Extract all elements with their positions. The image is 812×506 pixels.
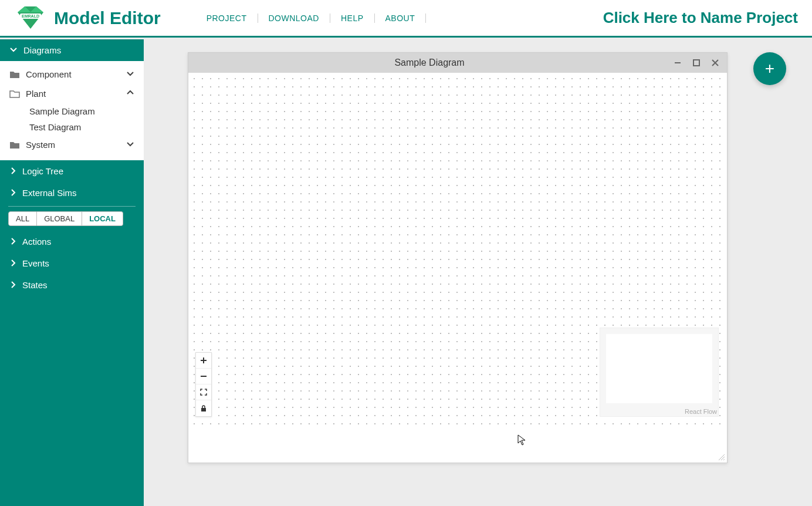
chevron-down-icon bbox=[126, 69, 134, 79]
flow-controls bbox=[195, 352, 212, 417]
fit-view-button[interactable] bbox=[196, 384, 211, 400]
scope-tabs: ALL GLOBAL LOCAL bbox=[8, 211, 136, 226]
minimap[interactable]: React Flow bbox=[600, 328, 719, 417]
window-minimize-button[interactable] bbox=[672, 57, 684, 69]
add-button[interactable]: + bbox=[753, 52, 786, 85]
tree-item-sample-diagram[interactable]: Sample Diagram bbox=[0, 103, 144, 119]
window-titlebar[interactable]: Sample Diagram bbox=[188, 53, 727, 73]
app-title: Model Editor bbox=[54, 8, 161, 28]
react-flow-attribution: React Flow bbox=[685, 408, 717, 415]
chevron-right-icon bbox=[9, 258, 16, 268]
chevron-right-icon bbox=[9, 280, 16, 290]
sidebar-section-label: Events bbox=[22, 258, 49, 268]
nav-download[interactable]: DOWNLOAD bbox=[258, 14, 330, 23]
diagrams-tree-panel: Component Plant Sample Diagram Test Diag… bbox=[0, 61, 144, 160]
chevron-down-icon bbox=[126, 140, 134, 150]
window-blank-area bbox=[188, 425, 727, 463]
sidebar-section-actions[interactable]: Actions bbox=[0, 231, 144, 252]
svg-text:EMRALD: EMRALD bbox=[22, 14, 39, 18]
chevron-right-icon bbox=[9, 188, 16, 198]
chevron-right-icon bbox=[9, 166, 16, 176]
sidebar-section-label: External Sims bbox=[22, 188, 77, 198]
sidebar: Diagrams Component Plant Sample Diagram … bbox=[0, 39, 144, 506]
nav-help[interactable]: HELP bbox=[330, 14, 375, 23]
svg-rect-9 bbox=[201, 408, 206, 411]
sidebar-section-diagrams[interactable]: Diagrams bbox=[0, 39, 144, 61]
nav-project[interactable]: PROJECT bbox=[196, 14, 258, 23]
sidebar-section-label: Logic Tree bbox=[22, 166, 63, 176]
svg-rect-8 bbox=[693, 60, 699, 66]
sidebar-section-label: Diagrams bbox=[23, 45, 61, 55]
window-close-button[interactable] bbox=[709, 57, 721, 69]
sidebar-section-events[interactable]: Events bbox=[0, 252, 144, 274]
tree-label: Plant bbox=[26, 89, 46, 99]
chevron-down-icon bbox=[9, 45, 18, 55]
folder-closed-icon bbox=[9, 70, 20, 79]
window-title: Sample Diagram bbox=[194, 58, 665, 68]
tree-folder-plant[interactable]: Plant bbox=[0, 84, 144, 103]
plus-icon: + bbox=[765, 59, 774, 78]
chevron-right-icon bbox=[9, 237, 16, 247]
window-maximize-button[interactable] bbox=[691, 57, 702, 69]
emrald-logo: EMRALD bbox=[14, 5, 47, 31]
tree-label: System bbox=[26, 140, 55, 150]
folder-closed-icon bbox=[9, 141, 20, 149]
tree-folder-system[interactable]: System bbox=[0, 135, 144, 154]
sidebar-section-states[interactable]: States bbox=[0, 274, 144, 296]
scope-all[interactable]: ALL bbox=[8, 211, 37, 226]
sidebar-section-label: States bbox=[22, 280, 48, 290]
diagram-window: Sample Diagram bbox=[188, 52, 728, 463]
lock-button[interactable] bbox=[196, 400, 211, 416]
zoom-in-button[interactable] bbox=[196, 353, 211, 369]
tree-item-test-diagram[interactable]: Test Diagram bbox=[0, 119, 144, 135]
canvas-area: Sample Diagram bbox=[144, 39, 812, 506]
chevron-up-icon bbox=[126, 89, 134, 99]
nav-about[interactable]: ABOUT bbox=[375, 14, 427, 23]
zoom-out-button[interactable] bbox=[196, 369, 211, 384]
divider bbox=[8, 206, 136, 207]
scope-local[interactable]: LOCAL bbox=[82, 211, 123, 226]
react-flow-canvas[interactable]: React Flow bbox=[188, 73, 727, 425]
app-header: EMRALD Model Editor PROJECT DOWNLOAD HEL… bbox=[0, 0, 812, 38]
sidebar-section-external-sims[interactable]: External Sims bbox=[0, 182, 144, 204]
project-name-input[interactable]: Click Here to Name Project bbox=[603, 9, 798, 27]
sidebar-section-logic-tree[interactable]: Logic Tree bbox=[0, 160, 144, 182]
sidebar-section-label: Actions bbox=[22, 237, 51, 247]
scope-global[interactable]: GLOBAL bbox=[37, 211, 82, 226]
tree-folder-component[interactable]: Component bbox=[0, 65, 144, 84]
tree-label: Component bbox=[26, 69, 72, 79]
folder-open-icon bbox=[9, 90, 20, 98]
top-nav: PROJECT DOWNLOAD HELP ABOUT Click Here t… bbox=[196, 9, 798, 27]
resize-handle-icon[interactable] bbox=[718, 453, 726, 461]
minimap-viewport bbox=[606, 334, 712, 403]
